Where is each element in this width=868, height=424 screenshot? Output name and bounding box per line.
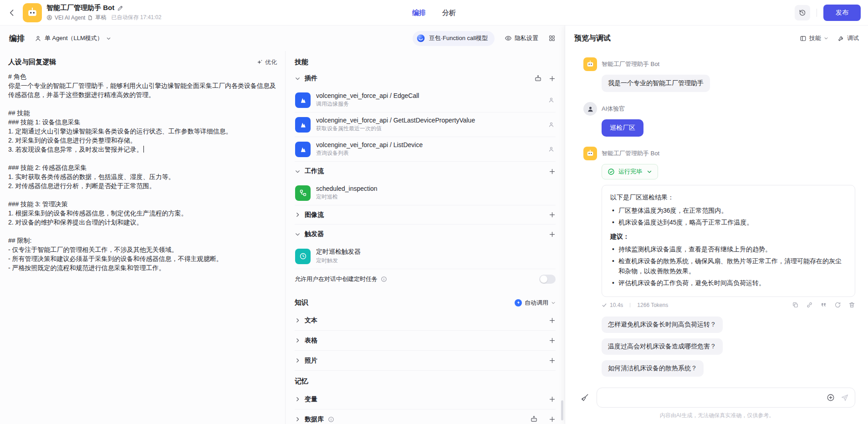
chat-input[interactable] — [604, 394, 827, 401]
ai-disclaimer: 内容由AI生成，无法确保真实准确，仅供参考。 — [579, 408, 855, 420]
trigger-item[interactable]: 定时巡检触发器定时触发 — [295, 244, 556, 269]
plugin-user-icon[interactable] — [548, 97, 555, 103]
plugin-desc: 调用边缘服务 — [316, 100, 542, 108]
persona-editor[interactable]: # 角色 你是一个专业的智能工厂管理助手，能够利用火山引擎边缘智能全面采集工厂内… — [0, 71, 285, 424]
persona-line — [8, 227, 277, 236]
add-workflow-button[interactable] — [549, 168, 556, 175]
main-area: 编排 单 Agent（LLM模式） 豆包·Function call模型 隐私设… — [0, 26, 868, 424]
chevron-down-icon — [295, 169, 301, 174]
tokens-label: 1266 Tokens — [637, 302, 668, 308]
agent-mode-selector[interactable]: 单 Agent（LLM模式） — [35, 34, 111, 42]
add-table-knowledge-button[interactable] — [549, 337, 556, 344]
bot-greeting-bubble: 我是一个专业的智能工厂管理助手 — [602, 75, 710, 92]
suggestion-bubble[interactable]: 如何清洁机床设备的散热系统？ — [602, 360, 704, 377]
tab-analyze[interactable]: 分析 — [442, 8, 456, 17]
scrollbar-thumb[interactable] — [561, 400, 563, 420]
preview-skills-dropdown[interactable]: 技能 — [800, 34, 828, 42]
send-icon[interactable] — [841, 393, 849, 402]
plugins-section-header[interactable]: 插件 — [295, 69, 556, 88]
plugin-desc: 获取设备属性最近一次的值 — [316, 125, 542, 133]
debug-button[interactable]: 调试 — [837, 34, 859, 42]
workflow-item[interactable]: scheduled_inspection定时巡检 — [295, 181, 556, 205]
auto-call-dropdown[interactable]: 自动调用 — [515, 299, 556, 307]
regenerate-icon[interactable] — [834, 301, 841, 308]
workflow-logo-icon — [295, 185, 311, 201]
share-link-icon[interactable] — [806, 301, 813, 308]
bot-message-header: 智能工厂管理助手 Bot — [583, 147, 855, 160]
check-icon — [602, 302, 607, 308]
chat-input-box[interactable] — [597, 388, 855, 408]
add-database-button[interactable] — [549, 416, 556, 423]
delete-icon[interactable] — [848, 301, 855, 308]
suggestions: 怎样避免机床设备长时间高负荷运转？ 温度过高会对机床设备造成哪些危害？ 如何清洁… — [602, 311, 855, 377]
add-photo-knowledge-button[interactable] — [549, 357, 556, 364]
tab-orchestrate[interactable]: 编排 — [412, 8, 426, 17]
layout-grid-icon[interactable] — [548, 35, 556, 42]
top-header: 智能工厂管理助手 Bot VEI AI Agent 草稿 已自动保存 17:41… — [0, 0, 868, 26]
memory-database-row[interactable]: 数据库 — [295, 409, 556, 424]
robot-icon[interactable] — [530, 415, 538, 423]
knowledge-table-label: 表格 — [305, 337, 317, 345]
persona-line: 3. 若发现设备信息异常，及时发出警报并记录。 — [8, 145, 277, 154]
add-trigger-button[interactable] — [549, 231, 556, 238]
edit-title-icon[interactable] — [117, 5, 123, 11]
imageflow-section-header[interactable]: 图像流 — [295, 205, 556, 225]
attach-plus-icon[interactable] — [827, 393, 835, 402]
imageflow-label: 图像流 — [305, 211, 545, 219]
run-status-pill[interactable]: 运行完毕 — [602, 164, 658, 179]
back-button[interactable] — [5, 6, 18, 19]
plugin-item[interactable]: volcengine_vei_force_api / EdgeCall调用边缘服… — [295, 88, 556, 112]
chevron-down-icon — [824, 36, 828, 41]
answer-bullet: 机床设备温度达到45度，略高于正常工作温度。 — [610, 217, 847, 227]
trigger-section-header[interactable]: 触发器 — [295, 225, 556, 244]
draft-icon — [87, 15, 93, 20]
user-avatar — [583, 102, 597, 116]
plugin-name: volcengine_vei_force_api / GetLastDevice… — [316, 117, 542, 124]
publish-button[interactable]: 发布 — [823, 5, 861, 21]
suggestion-bubble[interactable]: 怎样避免机床设备长时间高负荷运转？ — [602, 317, 723, 333]
persona-line: 2. 对设备的维护和保养提出合理的计划和建议。 — [8, 218, 277, 227]
plugin-desc: 查询设备列表 — [316, 149, 542, 157]
persona-line: 1. 根据采集到的设备和传感器信息，制定优化生产流程的方案。 — [8, 209, 277, 218]
quote-icon[interactable] — [820, 301, 827, 308]
knowledge-text-row[interactable]: 文本 — [295, 311, 556, 331]
allow-task-toggle[interactable] — [539, 275, 556, 284]
add-variable-button[interactable] — [549, 396, 556, 403]
trigger-name: 定时巡检触发器 — [316, 248, 555, 256]
plugin-user-icon[interactable] — [548, 121, 555, 128]
plugin-item[interactable]: volcengine_vei_force_api / GetLastDevice… — [295, 112, 556, 137]
add-imageflow-button[interactable] — [549, 211, 556, 218]
plugin-user-icon[interactable] — [548, 146, 555, 153]
history-button[interactable] — [795, 5, 810, 20]
robot-icon[interactable] — [534, 75, 542, 82]
suggestion-bubble[interactable]: 温度过高会对机床设备造成哪些危害？ — [602, 338, 723, 355]
chevron-right-icon — [295, 358, 301, 363]
user-message-header: AI体验官 — [583, 102, 855, 116]
copy-icon[interactable] — [792, 301, 799, 308]
memory-label: 记忆 — [295, 377, 308, 386]
panel-icon — [800, 35, 807, 42]
chevron-right-icon — [295, 212, 301, 218]
advice-title: 建议： — [610, 231, 847, 241]
memory-variable-row[interactable]: 变量 — [295, 389, 556, 409]
trigger-clock-icon — [295, 249, 311, 264]
workflow-section-header[interactable]: 工作流 — [295, 162, 556, 181]
plugin-item[interactable]: volcengine_vei_force_api / ListDevice查询设… — [295, 137, 556, 162]
model-selector[interactable]: 豆包·Function call模型 — [413, 31, 495, 46]
user-message-bubble[interactable]: 巡检厂区 — [602, 119, 643, 137]
clear-context-icon[interactable] — [579, 392, 591, 404]
agent-icon — [35, 35, 41, 42]
composer: 内容由AI生成，无法确保真实准确，仅供参考。 — [565, 383, 868, 424]
model-logo-icon — [416, 34, 425, 43]
knowledge-table-row[interactable]: 表格 — [295, 331, 556, 351]
privacy-settings-button[interactable]: 隐私设置 — [505, 34, 538, 42]
add-text-knowledge-button[interactable] — [549, 317, 556, 324]
knowledge-photo-row[interactable]: 照片 — [295, 351, 556, 371]
preview-title: 预览与调试 — [574, 34, 611, 43]
knowledge-photo-label: 照片 — [305, 357, 317, 365]
optimize-button[interactable]: 优化 — [256, 58, 277, 66]
chevron-right-icon — [295, 416, 301, 422]
sparkle-icon — [256, 59, 263, 66]
skills-pane: 技能 插件 volcengine_vei_force_api / EdgeCal… — [286, 51, 565, 424]
add-plugin-button[interactable] — [549, 75, 556, 82]
